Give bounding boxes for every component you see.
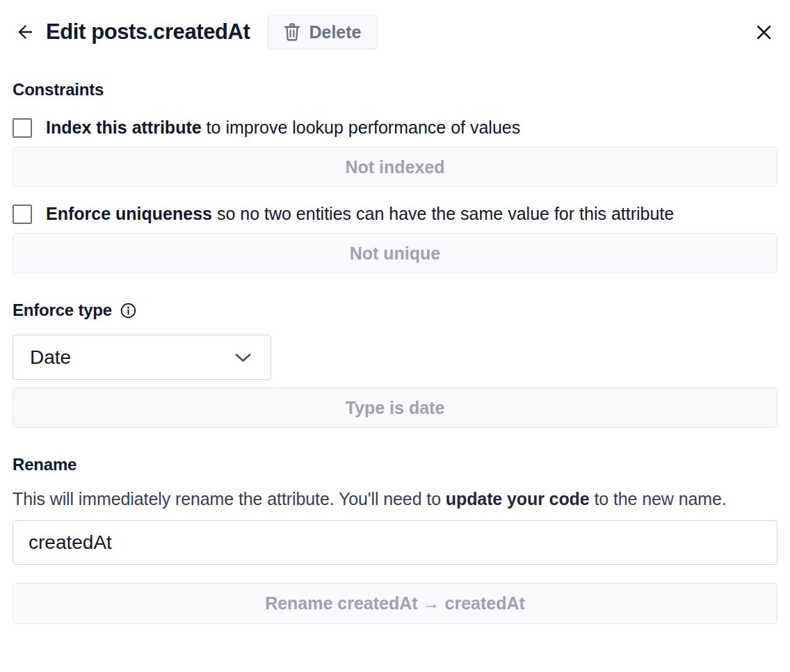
index-status-button: Not indexed [13,147,777,187]
index-checkbox-label[interactable]: Index this attribute to improve lookup p… [46,118,520,138]
rename-submit-button: Rename createdAt → createdAt [13,583,777,624]
chevron-down-icon [234,351,252,364]
trash-icon [284,23,300,41]
unique-checkbox-label[interactable]: Enforce uniqueness so no two entities ca… [46,204,674,224]
type-select[interactable]: Date [13,335,271,380]
rename-description: This will immediately rename the attribu… [13,484,777,513]
index-checkbox[interactable] [13,118,32,138]
unique-checkbox-row: Enforce uniqueness so no two entities ca… [13,204,777,224]
close-icon [755,23,773,42]
type-status-button: Type is date [13,387,777,428]
page-title: Edit posts.createdAt [46,19,250,45]
info-icon[interactable] [120,303,136,319]
arrow-left-icon [13,22,33,42]
index-checkbox-row: Index this attribute to improve lookup p… [13,118,777,138]
constraints-heading: Constraints [13,80,777,99]
unique-checkbox[interactable] [13,205,32,224]
delete-button-label: Delete [309,22,361,42]
delete-button[interactable]: Delete [268,15,377,49]
type-select-value: Date [30,346,71,369]
rename-input[interactable] [13,520,777,565]
panel-header: Edit posts.createdAt Delete [13,14,777,50]
back-button[interactable] [13,22,33,42]
enforce-type-heading: Enforce type [13,301,777,320]
unique-status-button: Not unique [13,233,777,273]
rename-heading: Rename [13,455,777,474]
edit-attribute-panel: Edit posts.createdAt Delete Constraints [0,14,790,624]
close-button[interactable] [755,23,773,42]
